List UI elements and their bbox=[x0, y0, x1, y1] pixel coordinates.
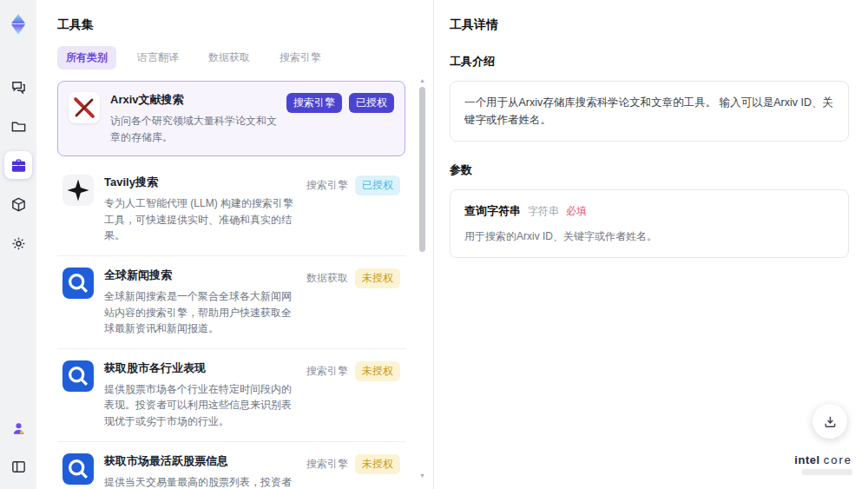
param-desc: 用于搜索的Arxiv ID、关键字或作者姓名。 bbox=[464, 228, 834, 245]
auth-badge: 未授权 bbox=[355, 361, 400, 381]
sidebar-item-tools[interactable] bbox=[4, 151, 32, 179]
news-search-icon bbox=[62, 453, 94, 485]
tool-desc: 提供股票市场各个行业在特定时间段内的表现。投资者可以利用这些信息来识别表现优于或… bbox=[104, 381, 298, 430]
category-label: 搜索引擎 bbox=[306, 454, 348, 474]
news-search-icon bbox=[62, 268, 94, 299]
intel-core-logo: intel core bbox=[794, 453, 852, 475]
sidebar-item-chat[interactable] bbox=[4, 73, 32, 101]
auth-badge: 已授权 bbox=[349, 93, 394, 113]
tool-card-global-news[interactable]: 全球新闻搜索 全球新闻搜索是一个聚合全球各大新闻网站内容的搜索引擎，帮助用户快速… bbox=[57, 256, 405, 349]
sidebar-item-packages[interactable] bbox=[4, 190, 32, 218]
layout-sidebar-icon bbox=[10, 459, 27, 475]
tab-language-translation[interactable]: 语言翻译 bbox=[128, 46, 187, 69]
category-tabs: 所有类别 语言翻译 数据获取 搜索引擎 bbox=[57, 46, 433, 69]
scroll-up-arrow[interactable]: ▲ bbox=[418, 76, 426, 85]
tool-list: Arxiv文献搜索 访问各个研究领域大量科学论文和文章的存储库。 搜索引擎 已授… bbox=[57, 81, 433, 489]
sidebar-item-settings[interactable] bbox=[4, 229, 32, 257]
brand-subtext-placeholder bbox=[802, 469, 852, 475]
list-scrollbar: ▲ ▼ bbox=[418, 76, 426, 480]
param-box: 查询字符串 字符串 必填 用于搜索的Arxiv ID、关键字或作者姓名。 bbox=[450, 189, 849, 258]
tool-card-tavily[interactable]: Tavily搜索 专为人工智能代理 (LLM) 构建的搜索引擎工具，可快速提供实… bbox=[57, 163, 405, 256]
tool-title: Tavily搜索 bbox=[104, 175, 298, 190]
category-label: 搜索引擎 bbox=[306, 361, 348, 381]
core-wordmark: core bbox=[824, 453, 852, 466]
briefcase-icon bbox=[10, 157, 27, 174]
param-name: 查询字符串 bbox=[464, 202, 521, 221]
news-search-icon bbox=[62, 360, 94, 392]
category-badge: 搜索引擎 bbox=[286, 93, 342, 113]
folder-icon bbox=[10, 118, 27, 135]
auth-badge: 未授权 bbox=[355, 268, 400, 288]
gem-logo-icon bbox=[6, 12, 30, 36]
tool-card-sector-performance[interactable]: 获取股市各行业表现 提供股票市场各个行业在特定时间段内的表现。投资者可以利用这些… bbox=[57, 349, 405, 442]
category-label: 搜索引擎 bbox=[306, 175, 348, 195]
chat-icon bbox=[10, 79, 27, 96]
download-icon bbox=[823, 414, 838, 429]
tool-title: 获取股市各行业表现 bbox=[104, 360, 298, 376]
category-label: 数据获取 bbox=[306, 268, 348, 288]
intro-box: 一个用于从Arxiv存储库搜索科学论文和文章的工具。 输入可以是Arxiv ID… bbox=[450, 81, 849, 142]
tool-detail-panel: 工具详情 工具介绍 一个用于从Arxiv存储库搜索科学论文和文章的工具。 输入可… bbox=[434, 0, 868, 489]
sidebar-item-profile[interactable] bbox=[4, 414, 32, 442]
tab-data-fetch[interactable]: 数据获取 bbox=[200, 46, 259, 69]
tool-list-panel: 工具集 所有类别 语言翻译 数据获取 搜索引擎 Arxiv文献搜索 访问各个研究… bbox=[36, 0, 434, 489]
sidebar-item-files[interactable] bbox=[4, 112, 32, 140]
tool-card-arxiv[interactable]: Arxiv文献搜索 访问各个研究领域大量科学论文和文章的存储库。 搜索引擎 已授… bbox=[57, 81, 405, 156]
tool-title: Arxiv文献搜索 bbox=[110, 92, 278, 108]
page-title: 工具集 bbox=[57, 17, 433, 33]
cube-icon bbox=[10, 196, 27, 213]
tool-desc: 访问各个研究领域大量科学论文和文章的存储库。 bbox=[110, 113, 278, 145]
tool-desc: 专为人工智能代理 (LLM) 构建的搜索引擎工具，可快速提供实时、准确和真实的结… bbox=[104, 195, 298, 244]
auth-badge: 未授权 bbox=[355, 454, 400, 474]
scrollbar-thumb[interactable] bbox=[419, 87, 425, 252]
params-heading: 参数 bbox=[450, 162, 849, 178]
param-type: 字符串 bbox=[528, 203, 559, 220]
detail-title: 工具详情 bbox=[450, 17, 849, 33]
download-button[interactable] bbox=[812, 404, 847, 439]
tool-desc: 全球新闻搜索是一个聚合全球各大新闻网站内容的搜索引擎，帮助用户快速获取全球最新资… bbox=[104, 288, 298, 337]
param-required-badge: 必填 bbox=[566, 203, 587, 220]
sparkle-icon bbox=[62, 175, 94, 206]
tool-card-most-active-stocks[interactable]: 获取市场最活跃股票信息 提供当天交易量最高的股票列表，投资者可以利用这些信息来识… bbox=[57, 442, 405, 489]
tool-title: 获取市场最活跃股票信息 bbox=[104, 453, 298, 469]
tool-desc: 提供当天交易量最高的股票列表，投资者可以利用这些信息来识别流动性强的股票和潜在的… bbox=[104, 474, 298, 489]
auth-badge: 已授权 bbox=[355, 175, 400, 195]
gear-icon bbox=[10, 235, 27, 252]
tab-all-categories[interactable]: 所有类别 bbox=[57, 46, 116, 69]
scroll-down-arrow[interactable]: ▼ bbox=[418, 472, 426, 480]
user-icon bbox=[10, 420, 27, 437]
arxiv-icon bbox=[69, 92, 100, 123]
intro-heading: 工具介绍 bbox=[450, 54, 849, 69]
tab-search-engine[interactable]: 搜索引擎 bbox=[271, 46, 330, 69]
sidebar-collapse-toggle[interactable] bbox=[4, 453, 32, 480]
left-rail bbox=[0, 0, 36, 489]
intel-wordmark: intel bbox=[794, 453, 819, 466]
tool-title: 全球新闻搜索 bbox=[104, 268, 298, 283]
